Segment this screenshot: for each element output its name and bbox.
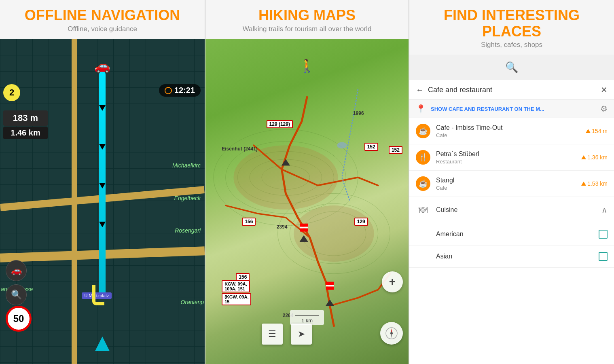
- trail-marker-129a: 129 (129): [267, 120, 293, 128]
- route-arrow-1: [99, 105, 106, 111]
- place-name-3: Stangl: [436, 177, 576, 184]
- cuisine-icon: 🍽: [416, 203, 430, 217]
- step-number: 2: [3, 84, 20, 101]
- distance-indicator: 183 m 1.46 km: [3, 110, 48, 139]
- peak-label: Eisenhut (2441): [222, 146, 258, 152]
- place-type-2: Restaurant: [436, 159, 576, 165]
- elevation-1996: 1996: [353, 110, 364, 116]
- directions-button[interactable]: ➤: [291, 324, 312, 345]
- navigation-map: 🚗 12:21 2 183 m 1.46 km Michaelkirc Enge…: [0, 39, 205, 364]
- panel3-header: FIND INTERESTING PLACES Sights, cafes, s…: [409, 0, 614, 55]
- trail-marker-152b: 152: [389, 146, 402, 154]
- svg-rect-15: [326, 286, 334, 290]
- compass-button[interactable]: [380, 322, 403, 345]
- svg-point-23: [390, 332, 393, 334]
- place-type-1: Cafe: [436, 132, 580, 138]
- svg-rect-10: [300, 223, 308, 226]
- search-icon[interactable]: 🔍: [505, 61, 518, 74]
- cuisine-collapse-button[interactable]: ∧: [601, 205, 608, 215]
- place-type-3: Cafe: [436, 185, 576, 191]
- scale-bar: 1 km: [290, 310, 324, 325]
- place-item-2[interactable]: 🍴 Petra`s Stüberl Restaurant 1.36 km: [409, 144, 614, 171]
- distance-triangle-2: [581, 155, 586, 159]
- elevation-2394: 2394: [277, 224, 288, 230]
- route-line: [99, 71, 106, 299]
- panel1-title: OFFLINE NAVIGATION: [4, 7, 201, 23]
- hiking-map-view: 🚶 129 (129) 152 156 129 152 156 KGW, 09A…: [205, 39, 409, 364]
- panel1-subtitle: Offline, voice guidance: [4, 25, 201, 33]
- trail-marker-complex2: (KGW, 09A,15: [222, 293, 251, 305]
- navigation-arrow: [95, 336, 110, 351]
- main-road-v1: [72, 39, 77, 364]
- search-button[interactable]: 🔍: [6, 284, 27, 305]
- svg-rect-11: [300, 226, 308, 228]
- panel2-subtitle: Walking trails for tourism all over the …: [210, 25, 404, 33]
- distance-km: 1.46 km: [3, 127, 48, 139]
- find-places-panel: FIND INTERESTING PLACES Sights, cafes, s…: [409, 0, 614, 364]
- car-mode-button[interactable]: 🚗: [6, 260, 27, 281]
- place-distance-1: 154 m: [586, 128, 608, 134]
- cuisine-item-asian[interactable]: Asian: [409, 245, 614, 268]
- trail-marker-129b: 129: [354, 218, 368, 226]
- zoom-plus-button[interactable]: +: [382, 271, 403, 292]
- route-arrow-4: [99, 222, 106, 227]
- place-distance-2: 1.36 km: [581, 154, 608, 161]
- svg-rect-13: [326, 281, 334, 285]
- place-icon-3: ☕: [416, 176, 430, 191]
- hiking-bottom-controls: ☰ ➤: [262, 324, 312, 345]
- place-info-3: Stangl Cafe: [436, 177, 576, 191]
- show-map-text[interactable]: SHOW CAFE AND RESTAURANT ON THE M...: [431, 106, 595, 112]
- hiking-maps-panel: HIKING MAPS Walking trails for tourism a…: [205, 0, 409, 364]
- scale-label: 1 km: [301, 317, 313, 324]
- time-display: 12:21: [174, 86, 195, 95]
- street-label-3: Rosengari: [175, 227, 201, 234]
- close-button[interactable]: ✕: [601, 85, 608, 95]
- speed-limit-sign: 50: [6, 306, 32, 332]
- cuisine-name-american: American: [436, 231, 599, 238]
- filter-icon[interactable]: ⚙: [600, 104, 608, 114]
- cuisine-section-title: Cuisine: [430, 206, 601, 214]
- clock-icon: [165, 87, 172, 94]
- street-label-1: Michaelkirc: [172, 162, 201, 169]
- place-item-1[interactable]: ☕ Cafe - Imbiss Time-Out Cafe 154 m: [409, 118, 614, 144]
- compass-icon: [385, 327, 398, 340]
- back-button[interactable]: ←: [416, 85, 424, 95]
- route-arrow-2: [99, 144, 106, 150]
- time-badge: 12:21: [159, 84, 201, 97]
- category-title: Cafe and restaurant: [428, 86, 597, 94]
- yellow-turn-indicator: [92, 285, 104, 305]
- place-icon-1: ☕: [416, 124, 430, 138]
- street-label-5: Oranienp: [180, 299, 204, 305]
- panel1-header: OFFLINE NAVIGATION Offline, voice guidan…: [0, 0, 205, 39]
- place-name-1: Cafe - Imbiss Time-Out: [436, 124, 580, 131]
- distance-triangle-3: [581, 182, 586, 186]
- cuisine-checkbox-asian[interactable]: [599, 252, 608, 261]
- cuisine-checkbox-american[interactable]: [599, 230, 608, 239]
- trail-marker-156b: 156: [236, 273, 250, 281]
- pin-icon: 📍: [416, 104, 426, 114]
- street-label-2: Engelbeck: [174, 195, 201, 201]
- trail-marker-complex1: KGW, 09A,109A, 151: [222, 280, 250, 292]
- distance-meters: 183 m: [3, 110, 48, 126]
- route-arrow-3: [99, 183, 106, 188]
- panel2-title: HIKING MAPS: [210, 7, 404, 23]
- menu-button[interactable]: ☰: [262, 324, 283, 345]
- place-distance-3: 1.53 km: [581, 180, 608, 187]
- cuisine-name-asian: Asian: [436, 253, 599, 260]
- svg-point-16: [337, 142, 347, 148]
- place-info-2: Petra`s Stüberl Restaurant: [436, 150, 576, 165]
- panel3-subtitle: Sights, cafes, shops: [413, 41, 610, 49]
- trail-marker-152: 152: [364, 143, 378, 151]
- map-controls: 🚗 🔍: [6, 260, 27, 305]
- distance-triangle-1: [586, 129, 591, 133]
- search-area[interactable]: 🔍: [409, 55, 614, 80]
- cuisine-item-american[interactable]: American: [409, 223, 614, 245]
- svg-rect-14: [326, 285, 334, 286]
- show-on-map-bar: 📍 SHOW CAFE AND RESTAURANT ON THE M... ⚙: [409, 100, 614, 118]
- place-item-3[interactable]: ☕ Stangl Cafe 1.53 km: [409, 171, 614, 197]
- panel2-header: HIKING MAPS Walking trails for tourism a…: [205, 0, 409, 39]
- svg-marker-19: [326, 300, 334, 306]
- category-bar: ← Cafe and restaurant ✕: [409, 80, 614, 100]
- car-icon: 🚗: [94, 58, 110, 74]
- cuisine-section-header: 🍽 Cuisine ∧: [409, 197, 614, 223]
